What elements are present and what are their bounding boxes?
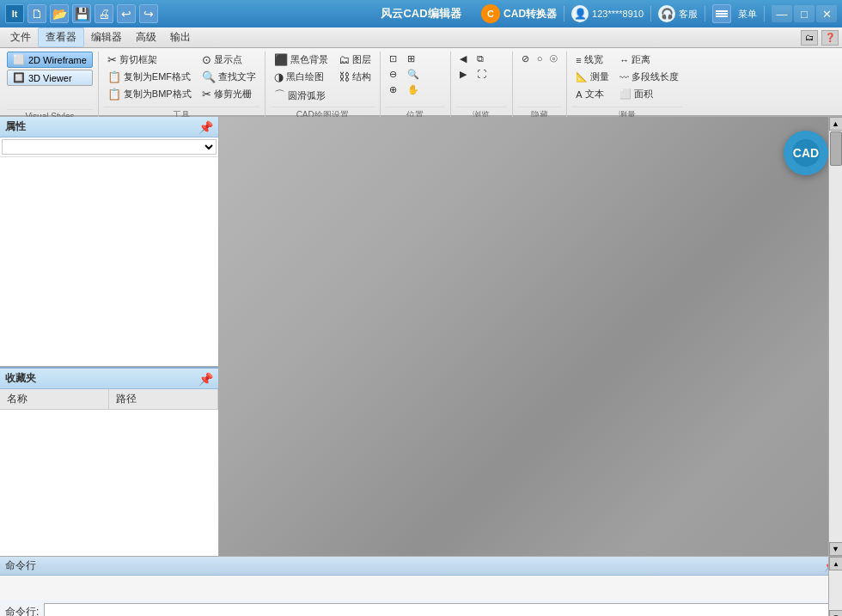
menu-editor[interactable]: 编辑器 bbox=[84, 28, 129, 46]
btn-polyline-length[interactable]: 〰 多段线长度 bbox=[616, 69, 682, 85]
tools-cols: ✂ 剪切框架 📋 复制为EMF格式 📋 复制为BMP格式 bbox=[104, 52, 259, 102]
properties-title: 属性 bbox=[5, 119, 26, 134]
btn-zoom-in2[interactable]: ⊕ bbox=[386, 82, 400, 97]
area-icon: ⬜ bbox=[619, 88, 632, 100]
btn-hide2[interactable]: ○ bbox=[534, 52, 546, 65]
app-logo: It bbox=[5, 4, 24, 23]
btn-black-bg[interactable]: ⬛ 黑色背景 bbox=[271, 52, 332, 68]
canvas-scrollbar-v[interactable]: ▲ ▼ bbox=[828, 117, 842, 556]
measure-col2: ↔ 距离 〰 多段线长度 ⬜ 面积 bbox=[616, 52, 682, 102]
btn-text[interactable]: A 文本 bbox=[572, 86, 613, 102]
cad-logo-button[interactable]: CAD bbox=[784, 131, 828, 175]
menu-bar: 文件 查看器 编辑器 高级 输出 🗂 ❓ bbox=[0, 27, 842, 48]
btn-distance[interactable]: ↔ 距离 bbox=[616, 52, 682, 68]
btn-2d-wireframe[interactable]: ⬜ 2D Wireframe bbox=[7, 52, 93, 68]
menu-viewer[interactable]: 查看器 bbox=[38, 27, 84, 47]
cmd-scroll-down[interactable]: ▼ bbox=[829, 610, 842, 616]
btn-prev[interactable]: ◀ bbox=[456, 52, 470, 66]
tools-items: ✂ 剪切框架 📋 复制为EMF格式 📋 复制为BMP格式 bbox=[104, 52, 259, 105]
properties-pin-btn[interactable]: 📌 bbox=[198, 120, 213, 134]
cad-items: ⬛ 黑色背景 ◑ 黑白绘图 ⌒ 圆滑弧形 bbox=[271, 52, 375, 105]
arc-icon: ⌒ bbox=[274, 88, 285, 103]
wireframe-icon: ⬜ bbox=[13, 54, 25, 65]
measure-items: ≡ 线宽 📐 测量 A 文本 bbox=[572, 52, 682, 105]
service-btn[interactable]: 🎧 客服 bbox=[658, 5, 698, 22]
btn-area[interactable]: ⬜ 面积 bbox=[616, 86, 682, 102]
hide1-icon: ⊘ bbox=[522, 53, 529, 64]
btn-show-dots[interactable]: ⊙ 显示点 bbox=[198, 52, 259, 68]
scroll-up-btn[interactable]: ▲ bbox=[829, 117, 843, 131]
undo-btn[interactable]: ↩ bbox=[117, 4, 136, 23]
properties-select[interactable] bbox=[2, 139, 217, 155]
menu-output[interactable]: 输出 bbox=[163, 28, 198, 46]
cmd-scrollbar-v: ▲ ▼ bbox=[828, 557, 842, 616]
btn-pan[interactable]: ✋ bbox=[404, 82, 423, 97]
redo-btn[interactable]: ↪ bbox=[139, 4, 158, 23]
menu-advanced[interactable]: 高级 bbox=[129, 28, 163, 46]
panel-collapse-btn[interactable]: 🗂 bbox=[801, 30, 818, 46]
btn-3d-viewer[interactable]: 🔲 3D Viewer bbox=[7, 70, 93, 86]
properties-panel: 属性 📌 bbox=[0, 117, 218, 367]
command-header-label: 命令行 bbox=[5, 558, 36, 573]
menu-label[interactable]: 菜单 bbox=[738, 8, 757, 21]
btn-trim-raster[interactable]: ✂ 修剪光栅 bbox=[198, 86, 259, 102]
col-name: 名称 bbox=[0, 389, 109, 409]
btn-bw-draw[interactable]: ◑ 黑白绘图 bbox=[271, 69, 332, 85]
scroll-down-btn[interactable]: ▼ bbox=[829, 542, 843, 556]
btn-smooth-arc[interactable]: ⌒ 圆滑弧形 bbox=[271, 86, 332, 105]
bookmarks-header: 收藏夹 📌 bbox=[0, 369, 218, 389]
hamburger-menu[interactable] bbox=[712, 4, 731, 23]
btn-find-text[interactable]: 🔍 查找文字 bbox=[198, 69, 259, 85]
btn-layer[interactable]: 🗂 图层 bbox=[335, 52, 375, 68]
canvas-area[interactable]: CAD ▲ ▼ bbox=[219, 117, 842, 556]
zoom-window-icon: ⊡ bbox=[389, 53, 397, 64]
crop-frame-icon: ✂ bbox=[107, 53, 117, 66]
print-btn[interactable]: 🖨 bbox=[95, 4, 113, 23]
bookmarks-list bbox=[0, 410, 218, 556]
cad-logo-svg: CAD bbox=[791, 138, 821, 168]
save-btn[interactable]: 💾 bbox=[72, 4, 91, 23]
trim-icon: ✂ bbox=[202, 88, 211, 101]
hide2-icon: ○ bbox=[537, 53, 543, 64]
btn-hide3[interactable]: ⦾ bbox=[546, 52, 561, 66]
btn-zoom-out[interactable]: ⊖ bbox=[386, 67, 400, 82]
cad-converter-icon: C bbox=[481, 4, 500, 23]
btn-zoom-window[interactable]: ⊡ bbox=[386, 52, 400, 66]
btn-crop-frame[interactable]: ✂ 剪切框架 bbox=[104, 52, 195, 68]
main-area: 属性 📌 收藏夹 📌 名称 路径 bbox=[0, 117, 842, 556]
new-btn[interactable]: 🗋 bbox=[27, 4, 46, 23]
text-icon: A bbox=[576, 89, 582, 100]
properties-dropdown[interactable] bbox=[0, 137, 218, 157]
linewidth-icon: ≡ bbox=[576, 55, 581, 65]
btn-copy-emf[interactable]: 📋 复制为EMF格式 bbox=[104, 69, 195, 85]
browse-col1: ◀ ▶ bbox=[456, 52, 470, 82]
btn-next[interactable]: ▶ bbox=[456, 67, 470, 82]
distance-icon: ↔ bbox=[619, 55, 629, 65]
ribbon-group-cad: ⬛ 黑色背景 ◑ 黑白绘图 ⌒ 圆滑弧形 bbox=[267, 52, 381, 123]
scroll-thumb[interactable] bbox=[830, 131, 842, 166]
maximize-button[interactable]: □ bbox=[794, 5, 815, 22]
cmd-scroll-up[interactable]: ▲ bbox=[829, 557, 842, 570]
btn-zoom-in[interactable]: 🔍 bbox=[404, 67, 423, 82]
layer-icon: 🗂 bbox=[339, 53, 350, 66]
cad-converter[interactable]: C CAD转换器 bbox=[481, 4, 557, 23]
open-btn[interactable]: 📂 bbox=[50, 4, 69, 23]
btn-browse1[interactable]: ⧉ bbox=[473, 52, 490, 66]
btn-fullscreen[interactable]: ⛶ bbox=[473, 67, 490, 81]
divider1 bbox=[564, 6, 564, 21]
bw-icon: ◑ bbox=[274, 70, 284, 83]
btn-copy-bmp[interactable]: 📋 复制为BMP格式 bbox=[104, 86, 195, 102]
btn-structure[interactable]: ⛓ 结构 bbox=[335, 69, 375, 85]
user-info[interactable]: 👤 123****8910 bbox=[571, 5, 644, 22]
help-btn[interactable]: ❓ bbox=[821, 30, 839, 46]
btn-hide1[interactable]: ⊘ bbox=[518, 52, 533, 66]
minimize-button[interactable]: — bbox=[772, 5, 792, 22]
menu-file[interactable]: 文件 bbox=[3, 28, 38, 46]
btn-linewidth[interactable]: ≡ 线宽 bbox=[572, 52, 613, 68]
close-button[interactable]: ✕ bbox=[816, 5, 837, 22]
bookmarks-pin-btn[interactable]: 📌 bbox=[198, 372, 213, 386]
zoom-out-icon: ⊖ bbox=[389, 69, 397, 80]
btn-zoom-extents[interactable]: ⊞ bbox=[404, 52, 423, 66]
btn-measure[interactable]: 📐 测量 bbox=[572, 69, 613, 85]
command-input[interactable] bbox=[44, 603, 837, 616]
